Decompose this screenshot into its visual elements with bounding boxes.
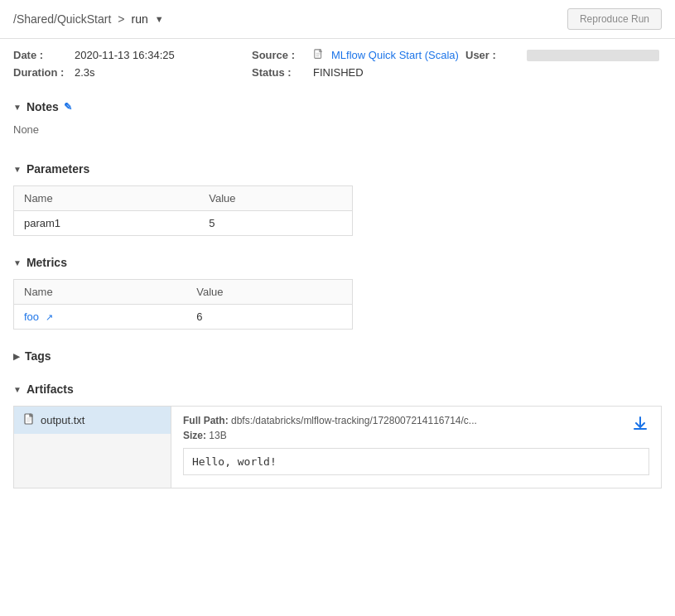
artifacts-content: output.txt Full Path: dbfs:/databricks/m… — [13, 406, 662, 495]
metric-chart-icon[interactable]: ↗ — [46, 312, 53, 322]
parameters-section-header[interactable]: ▼ Parameters — [13, 156, 662, 182]
artifact-detail-panel: Full Path: dbfs:/databricks/mlflow-track… — [171, 407, 661, 488]
status-value: FINISHED — [313, 66, 364, 79]
meta-row-duration: Duration : 2.3s Status : FINISHED — [13, 66, 662, 79]
artifact-tree-item[interactable]: output.txt — [14, 407, 171, 434]
parameters-collapse-arrow: ▼ — [13, 165, 22, 174]
run-dropdown-arrow[interactable]: ▼ — [155, 14, 164, 24]
notes-collapse-arrow: ▼ — [13, 103, 22, 112]
parameters-section: ▼ Parameters Name Value param1 5 — [0, 156, 675, 243]
artifact-file-icon — [24, 413, 36, 427]
size-value: 13B — [209, 430, 226, 441]
metrics-collapse-arrow: ▼ — [13, 258, 22, 267]
artifact-filename: output.txt — [41, 414, 84, 426]
tags-section-label: Tags — [25, 349, 51, 363]
metrics-col-name: Name — [14, 280, 187, 305]
download-icon — [631, 415, 649, 433]
artifacts-section-header[interactable]: ▼ Artifacts — [13, 376, 662, 402]
metric-value: 6 — [186, 305, 352, 330]
notes-content: None — [13, 120, 662, 149]
notes-section-label: Notes — [27, 100, 59, 113]
artifacts-container: output.txt Full Path: dbfs:/databricks/m… — [13, 406, 662, 488]
metrics-col-value: Value — [186, 280, 352, 305]
tags-expand-arrow: ▶ — [13, 352, 20, 361]
metrics-section: ▼ Metrics Name Value foo ↗ 6 — [0, 249, 675, 336]
notes-section: ▼ Notes ✎ None — [0, 94, 675, 149]
svg-rect-0 — [315, 49, 321, 58]
meta-section: Date : 2020-11-13 16:34:25 Source : MLfl… — [0, 39, 675, 87]
metrics-table: Name Value foo ↗ 6 — [13, 279, 353, 330]
param-name: param1 — [14, 211, 200, 236]
tags-section: ▶ Tags — [0, 343, 675, 369]
full-path-label: Full Path: — [183, 415, 231, 426]
parameters-section-label: Parameters — [27, 162, 89, 176]
parameters-col-value: Value — [199, 186, 352, 211]
artifacts-section-label: Artifacts — [27, 383, 74, 396]
table-row: param1 5 — [14, 211, 353, 236]
parameters-table: Name Value param1 5 — [13, 185, 353, 236]
param-value: 5 — [199, 211, 352, 236]
reproduce-run-button[interactable]: Reproduce Run — [567, 8, 662, 30]
breadcrumb-separator: > — [118, 12, 124, 26]
source-label: Source : — [252, 49, 310, 61]
source-file-icon — [313, 49, 325, 60]
date-value: 2020-11-13 16:34:25 — [75, 49, 175, 61]
notes-text: None — [13, 120, 662, 142]
header: /Shared/QuickStart > run ▼ Reproduce Run — [0, 0, 675, 39]
artifact-preview-content: Hello, world! — [192, 455, 277, 468]
download-button[interactable] — [631, 415, 649, 437]
table-row: foo ↗ 6 — [14, 305, 353, 330]
source-link[interactable]: MLflow Quick Start (Scala) — [331, 49, 459, 61]
user-label: User : — [465, 49, 523, 61]
metric-name-link[interactable]: foo — [24, 310, 39, 323]
full-path-value: dbfs:/databricks/mlflow-tracking/1728007… — [231, 415, 477, 426]
notes-edit-icon[interactable]: ✎ — [64, 101, 75, 113]
user-value — [527, 50, 659, 61]
run-label: run — [131, 12, 147, 26]
notes-section-header[interactable]: ▼ Notes ✎ — [13, 94, 662, 120]
parameters-col-name: Name — [14, 186, 200, 211]
artifact-preview: Hello, world! — [183, 448, 649, 475]
breadcrumb: /Shared/QuickStart — [13, 12, 111, 26]
parameters-content: Name Value param1 5 — [13, 185, 662, 243]
meta-row-date: Date : 2020-11-13 16:34:25 Source : MLfl… — [13, 49, 662, 61]
tags-section-header[interactable]: ▶ Tags — [13, 343, 662, 369]
size-label: Size: — [183, 430, 209, 441]
status-label: Status : — [252, 66, 310, 79]
artifacts-tree: output.txt — [14, 407, 171, 488]
metrics-section-label: Metrics — [27, 256, 67, 269]
duration-value: 2.3s — [75, 66, 95, 79]
artifact-full-path-row: Full Path: dbfs:/databricks/mlflow-track… — [183, 415, 649, 426]
artifact-size-row: Size: 13B — [183, 430, 649, 441]
date-label: Date : — [13, 49, 71, 61]
metrics-section-header[interactable]: ▼ Metrics — [13, 249, 662, 276]
duration-label: Duration : — [13, 66, 71, 79]
metrics-content: Name Value foo ↗ 6 — [13, 279, 662, 336]
artifacts-collapse-arrow: ▼ — [13, 385, 22, 394]
metric-name-cell: foo ↗ — [14, 305, 187, 330]
artifacts-section: ▼ Artifacts output.txt — [0, 376, 675, 495]
